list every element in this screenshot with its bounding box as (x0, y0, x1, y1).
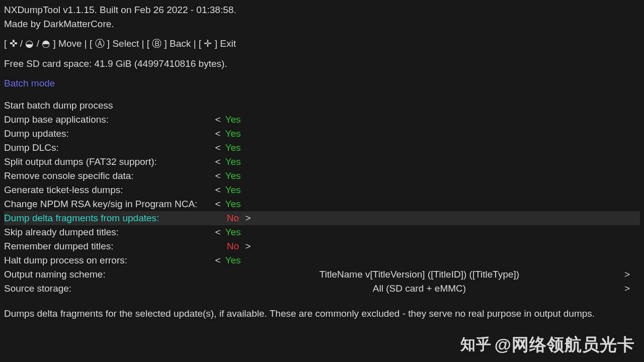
chevron-left-icon: < (213, 253, 223, 267)
menu-item-label: Halt dump process on errors: (4, 253, 213, 267)
chevron-right-icon: > (243, 211, 253, 225)
menu-item-toggle[interactable]: Skip already dumped titles:<Yes (4, 225, 640, 239)
watermark-text: @网络领航员光卡 (495, 335, 635, 354)
menu-item-toggle[interactable]: Generate ticket-less dumps:<Yes (4, 183, 640, 197)
chevron-left-icon: < (213, 155, 223, 169)
menu-item-toggle[interactable]: Change NPDM RSA key/sig in Program NCA:<… (4, 197, 640, 211)
menu-item-value: Yes (223, 141, 243, 155)
menu-item-toggle[interactable]: Dump updates:<Yes (4, 127, 640, 141)
menu-item-toggle[interactable]: Halt dump process on errors:<Yes (4, 253, 640, 267)
menu-item-value: Yes (223, 155, 243, 169)
menu-item-value: Yes (223, 183, 243, 197)
menu-item-label: Dump updates: (4, 127, 213, 141)
chevron-right-icon: > (243, 239, 253, 253)
menu-item-value: TitleName v[TitleVersion] ([TitleID]) ([… (213, 267, 640, 282)
chevron-left-icon: < (213, 127, 223, 141)
menu-item-toggle[interactable]: Remember dumped titles:No> (4, 239, 640, 253)
menu-item-label: Output naming scheme: (4, 267, 213, 282)
controls-hint: [ ✜ / ◒ / ◓ ] Move | [ Ⓐ ] Select | [ Ⓑ … (4, 37, 640, 51)
menu-item-value: Yes (223, 169, 243, 183)
chevron-right-icon: > (624, 282, 630, 296)
menu-item-toggle[interactable]: Split output dumps (FAT32 support):<Yes (4, 155, 640, 169)
app-title: NXDumpTool v1.1.15. Built on Feb 26 2022… (4, 3, 640, 17)
watermark-prefix: 知乎 (460, 336, 492, 352)
chevron-left-icon: < (213, 113, 223, 127)
menu-item-select[interactable]: Output naming scheme:TitleName v[TitleVe… (4, 267, 640, 282)
chevron-right-icon: > (624, 267, 630, 282)
menu-item-label: Remember dumped titles: (4, 239, 213, 253)
menu-item-label: Skip already dumped titles: (4, 225, 213, 239)
batch-menu: Start batch dump process Dump base appli… (4, 99, 640, 296)
menu-item-label: Change NPDM RSA key/sig in Program NCA: (4, 197, 213, 211)
menu-item-start[interactable]: Start batch dump process (4, 99, 640, 113)
menu-item-value: Yes (223, 113, 243, 127)
option-description: Dumps delta fragments for the selected u… (4, 307, 640, 321)
chevron-left-icon: < (213, 183, 223, 197)
menu-item-value: Yes (223, 253, 243, 267)
chevron-left-icon: < (213, 169, 223, 183)
menu-item-label: Source storage: (4, 282, 213, 296)
menu-item-toggle[interactable]: Dump DLCs:<Yes (4, 141, 640, 155)
menu-item-select[interactable]: Source storage:All (SD card + eMMC)> (4, 282, 640, 296)
mode-label: Batch mode (4, 76, 640, 90)
author: Made by DarkMatterCore. (4, 17, 640, 31)
menu-item-label: Remove console specific data: (4, 169, 213, 183)
menu-item-value: All (SD card + eMMC) (213, 282, 640, 296)
menu-item-value: Yes (223, 197, 243, 211)
menu-item-toggle[interactable]: Dump base applications:<Yes (4, 113, 640, 127)
chevron-left-icon: < (213, 197, 223, 211)
menu-item-value: Yes (223, 127, 243, 141)
free-space: Free SD card space: 41.9 GiB (4499741081… (4, 57, 640, 71)
menu-item-value: No (223, 239, 243, 253)
menu-item-label: Split output dumps (FAT32 support): (4, 155, 213, 169)
watermark: 知乎@网络领航员光卡 (460, 332, 635, 357)
menu-item-label: Dump DLCs: (4, 141, 213, 155)
menu-item-toggle[interactable]: Dump delta fragments from updates:No> (4, 211, 640, 225)
menu-item-toggle[interactable]: Remove console specific data:<Yes (4, 169, 640, 183)
menu-item-label: Dump base applications: (4, 113, 213, 127)
chevron-left-icon: < (213, 225, 223, 239)
menu-item-value: Yes (223, 225, 243, 239)
menu-item-label: Dump delta fragments from updates: (4, 211, 213, 225)
menu-item-label: Generate ticket-less dumps: (4, 183, 213, 197)
menu-item-value: No (223, 211, 243, 225)
chevron-left-icon: < (213, 141, 223, 155)
menu-item-label: Start batch dump process (4, 99, 213, 113)
